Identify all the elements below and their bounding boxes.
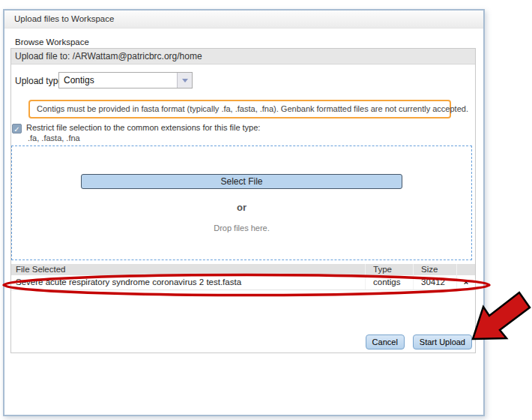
column-header-remove (456, 264, 475, 275)
selected-files-table: File Selected Type Size Severe acute res… (11, 264, 475, 290)
format-info-box: Contigs must be provided in fasta format… (28, 100, 451, 118)
file-name-cell: Severe acute respiratory syndrome corona… (11, 275, 365, 290)
upload-type-dropdown-button[interactable] (177, 73, 192, 88)
dropzone-or-text: or (12, 202, 471, 213)
dropzone-hint-text: Drop files here. (12, 224, 471, 232)
remove-file-icon[interactable]: × (456, 275, 475, 290)
start-upload-button[interactable]: Start Upload (413, 334, 472, 350)
upload-type-select[interactable]: Contigs (58, 72, 193, 88)
dialog-actions: Cancel Start Upload (366, 334, 472, 350)
file-dropzone[interactable]: Select File or Drop files here. (11, 146, 472, 260)
column-header-file: File Selected (11, 264, 365, 275)
cancel-button[interactable]: Cancel (366, 334, 405, 350)
table-header-row: File Selected Type Size (11, 264, 475, 275)
upload-panel: Upload file to: /ARWattam@patricbrc.org/… (10, 48, 476, 353)
select-file-button[interactable]: Select File (81, 174, 402, 189)
chevron-down-icon (182, 79, 188, 86)
restrict-extensions-label: Restrict file selection to the common ex… (26, 123, 260, 132)
upload-dialog: Upload files to Workspace Browse Workspa… (3, 9, 485, 416)
column-header-type: Type (365, 264, 413, 275)
upload-destination-bar: Upload file to: /ARWattam@patricbrc.org/… (11, 49, 475, 64)
table-row: Severe acute respiratory syndrome corona… (11, 275, 475, 290)
dialog-titlebar: Upload files to Workspace (4, 10, 483, 28)
upload-type-value: Contigs (59, 73, 177, 88)
format-info-message: Contigs must be provided in fasta format… (37, 104, 468, 113)
file-size-cell: 30412 (413, 275, 456, 290)
file-type-cell: contigs (365, 275, 413, 290)
page: { "window": { "title": "Upload files to … (0, 0, 532, 420)
browse-workspace-link[interactable]: Browse Workspace (15, 38, 89, 46)
allowed-extensions-text: .fa, .fasta, .fna (28, 134, 80, 142)
checkmark-icon: ✓ (13, 125, 19, 134)
dialog-title: Upload files to Workspace (14, 14, 114, 23)
column-header-size: Size (413, 264, 456, 275)
restrict-extensions-checkbox[interactable]: ✓ (12, 124, 22, 134)
upload-destination-label: Upload file to: /ARWattam@patricbrc.org/… (15, 51, 202, 62)
